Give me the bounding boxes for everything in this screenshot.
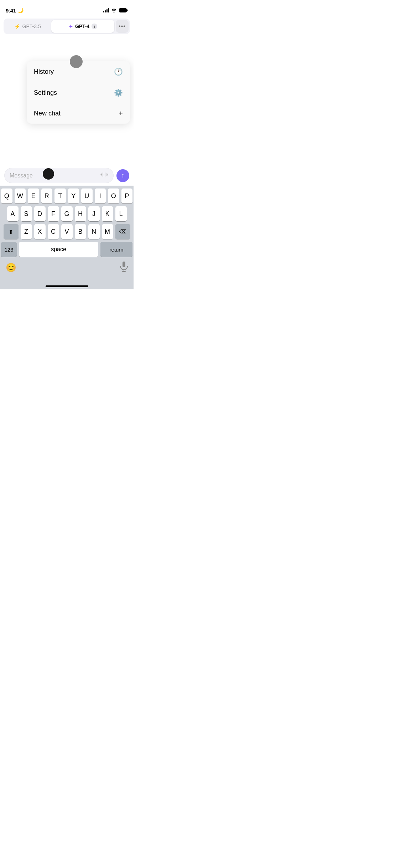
- numbers-key[interactable]: 123: [1, 242, 17, 257]
- key-T[interactable]: T: [54, 188, 66, 203]
- home-indicator: [46, 285, 88, 287]
- info-label: i: [94, 25, 95, 29]
- key-Y[interactable]: Y: [68, 188, 79, 203]
- key-D[interactable]: D: [34, 206, 46, 221]
- key-A[interactable]: A: [7, 206, 19, 221]
- send-button[interactable]: ↑: [116, 169, 129, 182]
- keyboard-row-1: Q W E R T Y U I O P: [1, 188, 132, 203]
- svg-rect-2: [123, 262, 125, 267]
- key-L[interactable]: L: [115, 206, 127, 221]
- key-C[interactable]: C: [48, 224, 59, 239]
- send-arrow-icon: ↑: [121, 172, 125, 179]
- tab-gpt35[interactable]: ⚡ GPT-3.5: [5, 20, 50, 33]
- message-bar: Message ↑: [0, 165, 134, 186]
- dropdown-menu: History 🕐 Settings ⚙️ New chat +: [27, 61, 130, 124]
- tabs-bar: ⚡ GPT-3.5 ✦ GPT-4 i •••: [4, 19, 130, 34]
- svg-rect-1: [127, 10, 128, 11]
- message-input-container[interactable]: Message: [4, 168, 114, 183]
- menu-item-new-chat[interactable]: New chat +: [27, 103, 130, 124]
- wifi-icon: [111, 8, 117, 12]
- status-icons: [103, 8, 128, 12]
- tab-gpt4-label: GPT-4: [75, 24, 89, 29]
- key-E[interactable]: E: [28, 188, 39, 203]
- key-H[interactable]: H: [75, 206, 86, 221]
- key-P[interactable]: P: [121, 188, 133, 203]
- microphone-button[interactable]: [120, 261, 128, 274]
- drag-handle-bottom: [43, 168, 54, 180]
- history-label: History: [34, 68, 54, 76]
- key-V[interactable]: V: [61, 224, 73, 239]
- space-key[interactable]: space: [19, 242, 98, 257]
- battery-icon: [119, 8, 128, 12]
- key-N[interactable]: N: [88, 224, 100, 239]
- key-J[interactable]: J: [88, 206, 100, 221]
- info-badge[interactable]: i: [92, 24, 97, 29]
- key-R[interactable]: R: [41, 188, 53, 203]
- voice-waveform-icon[interactable]: [100, 172, 108, 179]
- settings-icon: ⚙️: [114, 88, 123, 97]
- key-F[interactable]: F: [48, 206, 59, 221]
- backspace-key[interactable]: ⌫: [115, 224, 130, 239]
- settings-label: Settings: [34, 89, 57, 97]
- shift-key[interactable]: ⬆: [4, 224, 19, 239]
- keyboard-row-2: A S D F G H J K L: [1, 206, 132, 221]
- key-G[interactable]: G: [61, 206, 73, 221]
- new-chat-label: New chat: [34, 110, 61, 117]
- tab-gpt35-label: GPT-3.5: [22, 24, 41, 29]
- keyboard-row-4: 123 space return: [1, 242, 132, 257]
- keyboard[interactable]: Q W E R T Y U I O P A S D F G H J K L ⬆ …: [0, 186, 134, 289]
- svg-rect-0: [119, 9, 127, 12]
- key-K[interactable]: K: [102, 206, 113, 221]
- moon-icon: 🌙: [17, 7, 24, 13]
- status-time: 9:41: [6, 7, 16, 14]
- drag-handle-top: [70, 55, 83, 68]
- menu-item-settings[interactable]: Settings ⚙️: [27, 82, 130, 103]
- key-U[interactable]: U: [81, 188, 93, 203]
- key-Z[interactable]: Z: [21, 224, 32, 239]
- keyboard-bottom-row: 😊: [0, 260, 134, 274]
- key-B[interactable]: B: [75, 224, 86, 239]
- keyboard-row-3: ⬆ Z X C V B N M ⌫: [1, 224, 132, 239]
- key-M[interactable]: M: [102, 224, 113, 239]
- history-icon: 🕐: [114, 67, 123, 76]
- key-I[interactable]: I: [95, 188, 106, 203]
- sparkle-icon: ✦: [68, 23, 73, 30]
- more-dots-label: •••: [119, 23, 126, 30]
- key-X[interactable]: X: [34, 224, 46, 239]
- key-S[interactable]: S: [21, 206, 32, 221]
- return-key[interactable]: return: [100, 242, 132, 257]
- key-O[interactable]: O: [108, 188, 119, 203]
- status-bar: 9:41 🌙: [0, 0, 134, 16]
- emoji-button[interactable]: 😊: [6, 263, 16, 273]
- flash-icon: ⚡: [14, 24, 20, 29]
- key-W[interactable]: W: [15, 188, 26, 203]
- new-chat-icon: +: [119, 109, 123, 118]
- key-Q[interactable]: Q: [1, 188, 12, 203]
- more-button[interactable]: •••: [116, 20, 129, 33]
- signal-icon: [103, 8, 109, 12]
- tab-gpt4[interactable]: ✦ GPT-4 i: [51, 20, 114, 33]
- keyboard-rows: Q W E R T Y U I O P A S D F G H J K L ⬆ …: [0, 186, 134, 257]
